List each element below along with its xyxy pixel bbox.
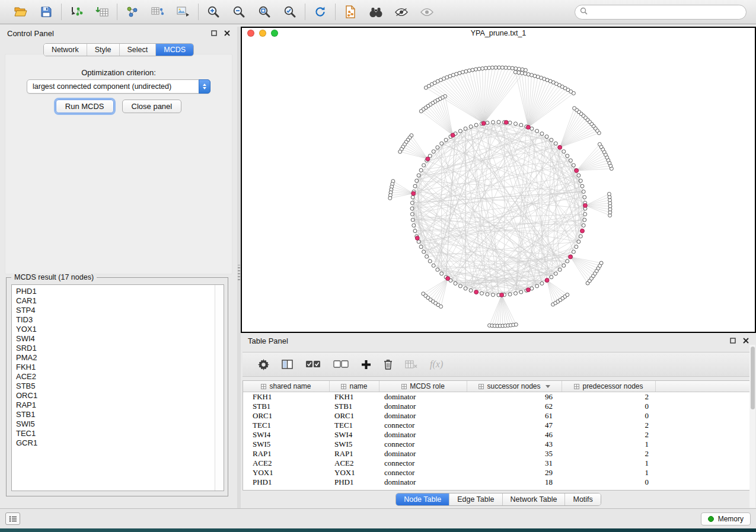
table-scrollbar-thumb[interactable] — [751, 347, 755, 409]
table-cell: RAP1 — [330, 449, 379, 459]
mcds-result-item[interactable]: RAP1 — [16, 400, 224, 410]
mcds-result-item[interactable]: TID3 — [16, 315, 224, 325]
mcds-result-item[interactable]: PMA2 — [16, 353, 224, 363]
table-row[interactable]: ACE2ACE2connector311 — [243, 459, 754, 468]
table-panel-title: Table Panel — [248, 336, 288, 345]
mcds-result-item[interactable]: FKH1 — [16, 363, 224, 372]
table-row[interactable]: TEC1TEC1connector472 — [243, 421, 754, 430]
clear-table-icon[interactable] — [405, 360, 417, 368]
search-input[interactable] — [591, 8, 741, 16]
new-network-icon[interactable] — [124, 4, 141, 20]
float-panel-icon[interactable] — [211, 29, 217, 38]
column-header-MCDS-role[interactable]: MCDS role — [379, 381, 467, 392]
tab-network[interactable]: Network — [44, 44, 87, 56]
table-cell: 47 — [467, 421, 562, 430]
zoom-in-icon[interactable] — [205, 4, 222, 20]
table-row[interactable]: RAP1RAP1dominator352 — [243, 449, 754, 459]
table-row[interactable]: SWI4SWI4dominator462 — [243, 430, 754, 440]
export-image-icon[interactable] — [175, 4, 192, 20]
deselect-all-icon[interactable] — [333, 360, 349, 368]
table-tab-network-table[interactable]: Network Table — [503, 493, 566, 505]
mcds-result-item[interactable]: ACE2 — [16, 372, 224, 382]
add-column-icon[interactable] — [361, 360, 371, 370]
mcds-result-item[interactable]: CAR1 — [16, 296, 224, 306]
table-settings-gear-icon[interactable] — [258, 359, 269, 370]
table-scrollbar[interactable] — [749, 345, 755, 508]
mcds-result-item[interactable]: STP4 — [16, 306, 224, 315]
table-tab-edge-table[interactable]: Edge Table — [449, 493, 502, 505]
table-cell: connector — [379, 468, 467, 477]
mcds-result-item[interactable]: GCR1 — [16, 438, 224, 448]
memory-button[interactable]: Memory — [701, 512, 751, 525]
float-table-panel-icon[interactable] — [730, 336, 736, 345]
table-row[interactable]: ORC1ORC1dominator610 — [243, 411, 754, 421]
graphics-details-icon[interactable] — [393, 4, 410, 20]
show-columns-icon[interactable] — [282, 360, 293, 369]
table-tab-motifs[interactable]: Motifs — [565, 493, 600, 505]
column-grid-icon — [261, 384, 266, 389]
select-all-icon[interactable] — [305, 360, 321, 368]
sort-chevron-icon[interactable] — [546, 385, 550, 388]
tab-style[interactable]: Style — [87, 44, 120, 56]
mcds-result-item[interactable]: SRD1 — [16, 344, 224, 353]
table-cell: 35 — [467, 449, 562, 459]
mcds-result-item[interactable]: STB1 — [16, 410, 224, 419]
import-table-icon[interactable] — [94, 4, 110, 20]
mcds-result-item[interactable]: SWI4 — [16, 334, 224, 344]
mac-close-button[interactable] — [247, 30, 254, 37]
delete-column-icon[interactable] — [384, 359, 393, 370]
network-group — [117, 4, 198, 20]
mac-minimize-button[interactable] — [259, 30, 266, 37]
mcds-result-item[interactable]: PHD1 — [16, 287, 224, 296]
import-network-icon[interactable] — [68, 4, 85, 20]
zoom-selected-icon[interactable] — [282, 4, 298, 20]
mcds-result-item[interactable]: YOX1 — [16, 325, 224, 334]
table-row[interactable]: YOX1YOX1connector291 — [243, 468, 754, 477]
table-tab-node-table[interactable]: Node Table — [396, 493, 449, 505]
network-window-titlebar[interactable]: YPA_prune.txt_1 — [242, 28, 755, 38]
table-cell: 1 — [562, 468, 656, 477]
zoom-fit-icon[interactable] — [256, 4, 273, 20]
close-panel-icon[interactable] — [224, 29, 230, 38]
mcds-result-item[interactable]: TEC1 — [16, 429, 224, 438]
task-history-button[interactable] — [5, 512, 20, 525]
zoom-out-icon[interactable] — [231, 4, 247, 20]
network-canvas[interactable] — [242, 38, 755, 332]
close-table-panel-icon[interactable] — [743, 336, 749, 345]
tab-select[interactable]: Select — [120, 44, 157, 56]
table-cell: ACE2 — [330, 459, 379, 468]
mcds-result-item[interactable]: STB5 — [16, 382, 224, 391]
mcds-result-item[interactable]: ORC1 — [16, 391, 224, 400]
criterion-dropdown[interactable]: largest connected component (undirected) — [27, 79, 210, 94]
table-row[interactable]: STB1STB1dominator620 — [243, 402, 754, 411]
table-cell: YOX1 — [243, 468, 330, 477]
table-cell: PHD1 — [243, 477, 330, 487]
table-row[interactable]: FKH1FKH1dominator962 — [243, 392, 754, 402]
table-cell: PHD1 — [330, 477, 379, 487]
table-row[interactable]: PHD1PHD1dominator180 — [243, 477, 754, 487]
network-from-table-icon[interactable] — [149, 4, 166, 20]
tab-mcds[interactable]: MCDS — [156, 44, 193, 56]
run-mcds-button[interactable]: Run MCDS — [56, 100, 114, 113]
function-builder-icon[interactable]: f(x) — [430, 359, 443, 370]
control-panel: Control Panel NetworkStyleSelectMCDS Opt… — [0, 27, 237, 508]
column-label: predecessor nodes — [582, 382, 643, 390]
table-row[interactable]: SWI5SWI5connector431 — [243, 440, 754, 449]
mac-zoom-button[interactable] — [271, 30, 278, 37]
mcds-result-item[interactable]: SWI5 — [16, 419, 224, 429]
column-header-name[interactable]: name — [330, 381, 379, 392]
save-session-icon[interactable] — [38, 4, 55, 20]
column-header-predecessor-nodes[interactable]: predecessor nodes — [562, 381, 656, 392]
apply-layout-icon[interactable] — [312, 4, 328, 20]
binoculars-icon[interactable] — [368, 4, 384, 20]
open-file-icon[interactable] — [12, 4, 29, 20]
column-header-successor-nodes[interactable]: successor nodes — [467, 381, 562, 392]
search-box[interactable] — [575, 5, 747, 20]
zoom-group — [199, 4, 305, 20]
mcds-list-scrollbar[interactable] — [215, 285, 222, 491]
close-panel-button[interactable]: Close panel — [122, 100, 182, 113]
export-document-icon[interactable] — [342, 4, 359, 20]
show-hide-eye-icon[interactable] — [419, 4, 435, 20]
column-header-shared-name[interactable]: shared name — [243, 381, 330, 392]
table-cell: dominator — [379, 402, 467, 411]
